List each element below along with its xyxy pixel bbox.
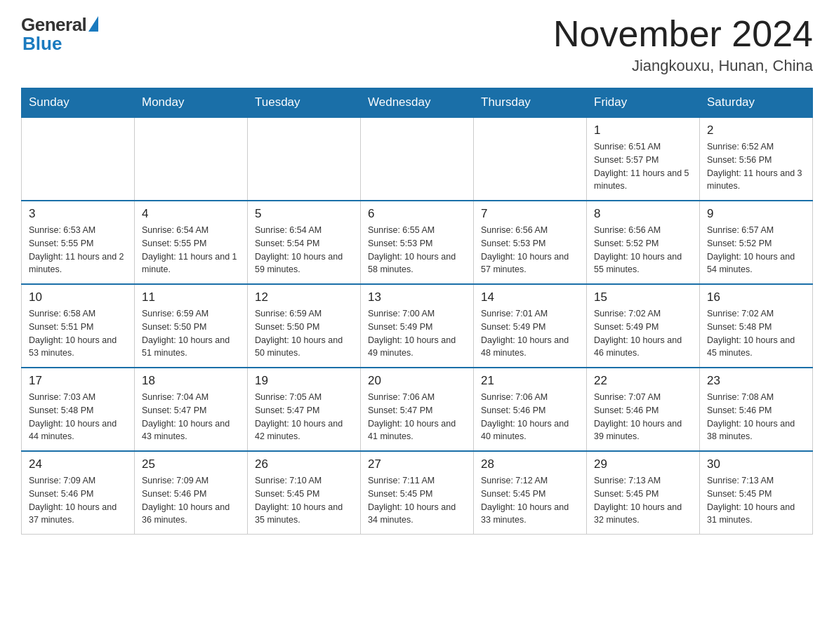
calendar-cell: 14Sunrise: 7:01 AM Sunset: 5:49 PM Dayli…	[474, 284, 587, 368]
day-number: 28	[481, 457, 579, 471]
day-number: 29	[594, 457, 692, 471]
calendar-cell	[474, 117, 587, 201]
calendar-cell: 5Sunrise: 6:54 AM Sunset: 5:54 PM Daylig…	[248, 201, 361, 284]
day-info: Sunrise: 7:00 AM Sunset: 5:49 PM Dayligh…	[368, 307, 466, 360]
calendar-cell: 26Sunrise: 7:10 AM Sunset: 5:45 PM Dayli…	[248, 451, 361, 535]
day-info: Sunrise: 6:55 AM Sunset: 5:53 PM Dayligh…	[368, 224, 466, 276]
day-info: Sunrise: 7:02 AM Sunset: 5:49 PM Dayligh…	[594, 307, 692, 360]
day-number: 18	[142, 374, 240, 388]
day-number: 19	[255, 374, 353, 388]
calendar-cell: 2Sunrise: 6:52 AM Sunset: 5:56 PM Daylig…	[700, 117, 813, 201]
calendar-cell: 17Sunrise: 7:03 AM Sunset: 5:48 PM Dayli…	[22, 368, 135, 451]
calendar-cell: 21Sunrise: 7:06 AM Sunset: 5:46 PM Dayli…	[474, 368, 587, 451]
calendar-cell	[361, 117, 474, 201]
day-number: 25	[142, 457, 240, 471]
day-number: 7	[481, 207, 579, 221]
day-of-week-header: Sunday	[22, 88, 135, 118]
calendar-cell: 6Sunrise: 6:55 AM Sunset: 5:53 PM Daylig…	[361, 201, 474, 284]
day-info: Sunrise: 7:03 AM Sunset: 5:48 PM Dayligh…	[29, 391, 127, 443]
day-number: 16	[707, 290, 805, 304]
day-number: 30	[707, 457, 805, 471]
day-info: Sunrise: 6:56 AM Sunset: 5:53 PM Dayligh…	[481, 224, 579, 276]
day-info: Sunrise: 7:02 AM Sunset: 5:48 PM Dayligh…	[707, 307, 805, 360]
calendar-cell	[22, 117, 135, 201]
calendar-cell: 1Sunrise: 6:51 AM Sunset: 5:57 PM Daylig…	[587, 117, 700, 201]
day-number: 11	[142, 290, 240, 304]
day-info: Sunrise: 7:11 AM Sunset: 5:45 PM Dayligh…	[368, 474, 466, 527]
calendar-cell: 30Sunrise: 7:13 AM Sunset: 5:45 PM Dayli…	[700, 451, 813, 535]
day-number: 17	[29, 374, 127, 388]
week-row: 10Sunrise: 6:58 AM Sunset: 5:51 PM Dayli…	[22, 284, 813, 368]
day-number: 12	[255, 290, 353, 304]
day-number: 27	[368, 457, 466, 471]
day-number: 13	[368, 290, 466, 304]
day-info: Sunrise: 7:08 AM Sunset: 5:46 PM Dayligh…	[707, 391, 805, 443]
day-number: 10	[29, 290, 127, 304]
week-row: 3Sunrise: 6:53 AM Sunset: 5:55 PM Daylig…	[22, 201, 813, 284]
day-info: Sunrise: 7:06 AM Sunset: 5:46 PM Dayligh…	[481, 391, 579, 443]
day-info: Sunrise: 7:06 AM Sunset: 5:47 PM Dayligh…	[368, 391, 466, 443]
day-info: Sunrise: 6:54 AM Sunset: 5:54 PM Dayligh…	[255, 224, 353, 276]
calendar-cell: 15Sunrise: 7:02 AM Sunset: 5:49 PM Dayli…	[587, 284, 700, 368]
calendar-cell: 7Sunrise: 6:56 AM Sunset: 5:53 PM Daylig…	[474, 201, 587, 284]
day-number: 5	[255, 207, 353, 221]
day-of-week-header: Wednesday	[361, 88, 474, 118]
calendar-cell: 19Sunrise: 7:05 AM Sunset: 5:47 PM Dayli…	[248, 368, 361, 451]
calendar-cell: 9Sunrise: 6:57 AM Sunset: 5:52 PM Daylig…	[700, 201, 813, 284]
calendar-cell: 24Sunrise: 7:09 AM Sunset: 5:46 PM Dayli…	[22, 451, 135, 535]
calendar-cell: 20Sunrise: 7:06 AM Sunset: 5:47 PM Dayli…	[361, 368, 474, 451]
month-title: November 2024	[553, 14, 813, 54]
day-of-week-header: Monday	[135, 88, 248, 118]
day-number: 6	[368, 207, 466, 221]
day-of-week-header: Saturday	[700, 88, 813, 118]
day-info: Sunrise: 7:13 AM Sunset: 5:45 PM Dayligh…	[594, 474, 692, 527]
calendar-cell: 25Sunrise: 7:09 AM Sunset: 5:46 PM Dayli…	[135, 451, 248, 535]
week-row: 1Sunrise: 6:51 AM Sunset: 5:57 PM Daylig…	[22, 117, 813, 201]
day-info: Sunrise: 6:58 AM Sunset: 5:51 PM Dayligh…	[29, 307, 127, 360]
day-info: Sunrise: 7:10 AM Sunset: 5:45 PM Dayligh…	[255, 474, 353, 527]
day-info: Sunrise: 6:52 AM Sunset: 5:56 PM Dayligh…	[707, 140, 805, 193]
week-row: 17Sunrise: 7:03 AM Sunset: 5:48 PM Dayli…	[22, 368, 813, 451]
day-info: Sunrise: 6:51 AM Sunset: 5:57 PM Dayligh…	[594, 140, 692, 193]
calendar-cell: 18Sunrise: 7:04 AM Sunset: 5:47 PM Dayli…	[135, 368, 248, 451]
day-info: Sunrise: 7:04 AM Sunset: 5:47 PM Dayligh…	[142, 391, 240, 443]
day-number: 8	[594, 207, 692, 221]
calendar-cell	[135, 117, 248, 201]
logo-blue-text: Blue	[22, 33, 62, 55]
calendar-cell	[248, 117, 361, 201]
day-info: Sunrise: 7:12 AM Sunset: 5:45 PM Dayligh…	[481, 474, 579, 527]
day-info: Sunrise: 7:09 AM Sunset: 5:46 PM Dayligh…	[142, 474, 240, 527]
calendar-cell: 11Sunrise: 6:59 AM Sunset: 5:50 PM Dayli…	[135, 284, 248, 368]
day-number: 14	[481, 290, 579, 304]
calendar-table: SundayMondayTuesdayWednesdayThursdayFrid…	[21, 88, 813, 535]
day-info: Sunrise: 6:59 AM Sunset: 5:50 PM Dayligh…	[255, 307, 353, 360]
day-number: 3	[29, 207, 127, 221]
day-number: 26	[255, 457, 353, 471]
day-info: Sunrise: 7:01 AM Sunset: 5:49 PM Dayligh…	[481, 307, 579, 360]
day-of-week-header: Thursday	[474, 88, 587, 118]
calendar-cell: 22Sunrise: 7:07 AM Sunset: 5:46 PM Dayli…	[587, 368, 700, 451]
day-info: Sunrise: 6:56 AM Sunset: 5:52 PM Dayligh…	[594, 224, 692, 276]
day-info: Sunrise: 7:05 AM Sunset: 5:47 PM Dayligh…	[255, 391, 353, 443]
day-of-week-header: Friday	[587, 88, 700, 118]
day-info: Sunrise: 6:53 AM Sunset: 5:55 PM Dayligh…	[29, 224, 127, 276]
calendar-cell: 12Sunrise: 6:59 AM Sunset: 5:50 PM Dayli…	[248, 284, 361, 368]
day-info: Sunrise: 7:07 AM Sunset: 5:46 PM Dayligh…	[594, 391, 692, 443]
day-number: 22	[594, 374, 692, 388]
day-number: 15	[594, 290, 692, 304]
calendar-cell: 16Sunrise: 7:02 AM Sunset: 5:48 PM Dayli…	[700, 284, 813, 368]
calendar-header-row: SundayMondayTuesdayWednesdayThursdayFrid…	[22, 88, 813, 118]
day-number: 24	[29, 457, 127, 471]
calendar-cell: 4Sunrise: 6:54 AM Sunset: 5:55 PM Daylig…	[135, 201, 248, 284]
calendar-cell: 28Sunrise: 7:12 AM Sunset: 5:45 PM Dayli…	[474, 451, 587, 535]
day-number: 20	[368, 374, 466, 388]
calendar-cell: 29Sunrise: 7:13 AM Sunset: 5:45 PM Dayli…	[587, 451, 700, 535]
calendar-cell: 27Sunrise: 7:11 AM Sunset: 5:45 PM Dayli…	[361, 451, 474, 535]
day-info: Sunrise: 6:59 AM Sunset: 5:50 PM Dayligh…	[142, 307, 240, 360]
page-header: General Blue November 2024 Jiangkouxu, H…	[21, 14, 813, 75]
logo-triangle-icon	[88, 16, 98, 32]
day-of-week-header: Tuesday	[248, 88, 361, 118]
calendar-cell: 10Sunrise: 6:58 AM Sunset: 5:51 PM Dayli…	[22, 284, 135, 368]
week-row: 24Sunrise: 7:09 AM Sunset: 5:46 PM Dayli…	[22, 451, 813, 535]
day-info: Sunrise: 7:09 AM Sunset: 5:46 PM Dayligh…	[29, 474, 127, 527]
